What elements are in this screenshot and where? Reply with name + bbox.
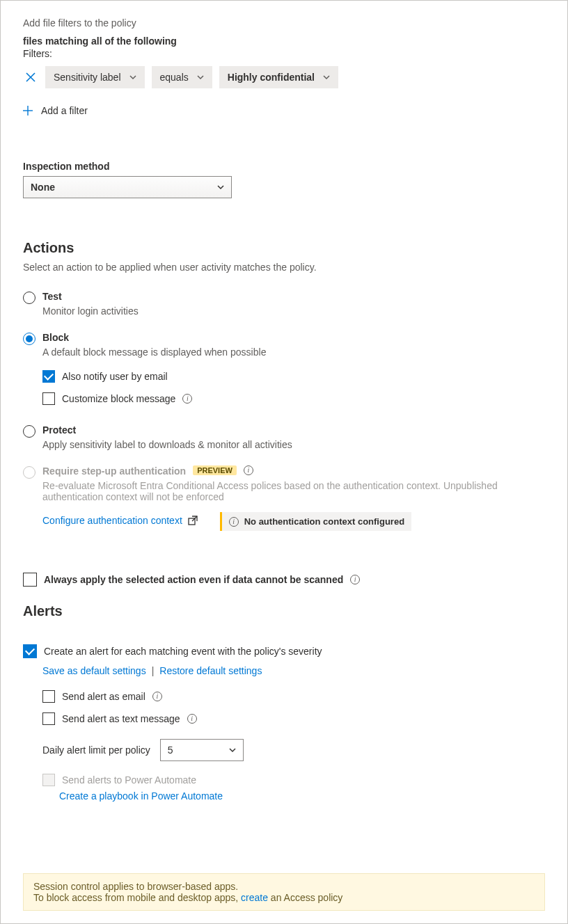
- radio-protect-label: Protect: [42, 424, 76, 436]
- checkbox-send-text[interactable]: [42, 712, 55, 725]
- filters-label: Filters:: [23, 48, 545, 59]
- create-access-policy-link[interactable]: create: [241, 892, 268, 903]
- radio-test[interactable]: [23, 292, 36, 304]
- radio-block[interactable]: [23, 333, 36, 345]
- checkbox-customize-message[interactable]: [42, 392, 55, 405]
- checkbox-send-email-label: Send alert as email: [62, 691, 145, 702]
- save-default-settings-link[interactable]: Save as default settings: [42, 665, 146, 676]
- radio-stepup: [23, 466, 36, 479]
- info-icon[interactable]: i: [244, 465, 253, 475]
- inspection-method-label: Inspection method: [23, 161, 545, 172]
- checkbox-send-text-label: Send alert as text message: [62, 713, 180, 724]
- create-playbook-link[interactable]: Create a playbook in Power Automate: [59, 790, 223, 802]
- checkbox-send-email[interactable]: [42, 690, 55, 703]
- checkbox-always-apply[interactable]: [23, 573, 37, 587]
- info-icon[interactable]: i: [182, 394, 192, 404]
- external-link-icon: [188, 516, 198, 525]
- checkbox-create-alert[interactable]: [23, 644, 37, 658]
- close-icon: [26, 72, 36, 82]
- configure-auth-context-link[interactable]: Configure authentication context: [42, 515, 182, 526]
- filter-row: Sensitivity label equals Highly confiden…: [23, 66, 545, 88]
- radio-block-label: Block: [42, 332, 69, 343]
- add-filter-button[interactable]: Add a filter: [23, 102, 88, 119]
- daily-limit-label: Daily alert limit per policy: [42, 744, 150, 756]
- auth-context-warning: i No authentication context configured: [220, 512, 411, 531]
- checkbox-always-apply-label: Always apply the selected action even if…: [44, 574, 343, 585]
- separator: |: [152, 665, 155, 676]
- radio-block-sub: A default block message is displayed whe…: [42, 346, 545, 358]
- policy-panel: Add file filters to the policy files mat…: [0, 0, 568, 924]
- preview-badge: PREVIEW: [193, 465, 237, 475]
- filter-field-dropdown[interactable]: Sensitivity label: [45, 66, 145, 88]
- chevron-down-icon: [323, 74, 330, 81]
- checkbox-power-automate: [42, 774, 55, 786]
- chevron-down-icon: [129, 74, 136, 81]
- alerts-title: Alerts: [23, 603, 545, 619]
- auth-context-warning-text: No authentication context configured: [244, 516, 404, 527]
- radio-test-label: Test: [42, 291, 62, 302]
- filter-field-label: Sensitivity label: [54, 72, 121, 83]
- restore-default-settings-link[interactable]: Restore default settings: [159, 665, 262, 676]
- add-filter-label: Add a filter: [41, 105, 88, 116]
- chevron-down-icon: [217, 184, 224, 191]
- filter-operator-label: equals: [160, 72, 189, 83]
- checkbox-customize-message-label: Customize block message: [62, 393, 175, 404]
- radio-test-sub: Monitor login activities: [42, 305, 545, 317]
- actions-title: Actions: [23, 240, 545, 256]
- radio-stepup-sub: Re-evaluate Microsoft Entra Conditional …: [42, 480, 545, 502]
- checkbox-create-alert-label: Create an alert for each matching event …: [44, 646, 322, 657]
- chevron-down-icon: [229, 747, 236, 754]
- radio-stepup-label: Require step-up authentication: [42, 465, 186, 477]
- inspection-method-select[interactable]: None: [23, 176, 232, 198]
- radio-protect[interactable]: [23, 425, 36, 438]
- checkbox-power-automate-label: Send alerts to Power Automate: [62, 774, 196, 786]
- checkbox-notify-email-label: Also notify user by email: [62, 371, 168, 382]
- chevron-down-icon: [197, 74, 204, 81]
- info-icon[interactable]: i: [152, 692, 162, 701]
- filter-value-label: Highly confidential: [228, 72, 315, 83]
- footer-note: Session control applies to browser-based…: [23, 873, 545, 911]
- info-icon: i: [229, 517, 239, 527]
- footer-line1: Session control applies to browser-based…: [33, 881, 535, 892]
- info-icon[interactable]: i: [350, 575, 360, 584]
- footer-line2: To block access from mobile and desktop …: [33, 892, 535, 903]
- plus-icon: [23, 106, 33, 116]
- filters-matching: files matching all of the following: [23, 35, 545, 47]
- inspection-method-value: None: [31, 182, 55, 193]
- filters-hint: Add file filters to the policy: [23, 17, 545, 29]
- radio-protect-sub: Apply sensitivity label to downloads & m…: [42, 439, 545, 450]
- info-icon[interactable]: i: [187, 714, 197, 724]
- filter-operator-dropdown[interactable]: equals: [152, 66, 212, 88]
- actions-desc: Select an action to be applied when user…: [23, 262, 545, 273]
- daily-limit-select[interactable]: 5: [160, 739, 244, 761]
- filter-value-dropdown[interactable]: Highly confidential: [219, 66, 338, 88]
- remove-filter-button[interactable]: [23, 70, 38, 85]
- daily-limit-value: 5: [168, 744, 173, 756]
- checkbox-notify-email[interactable]: [42, 370, 55, 383]
